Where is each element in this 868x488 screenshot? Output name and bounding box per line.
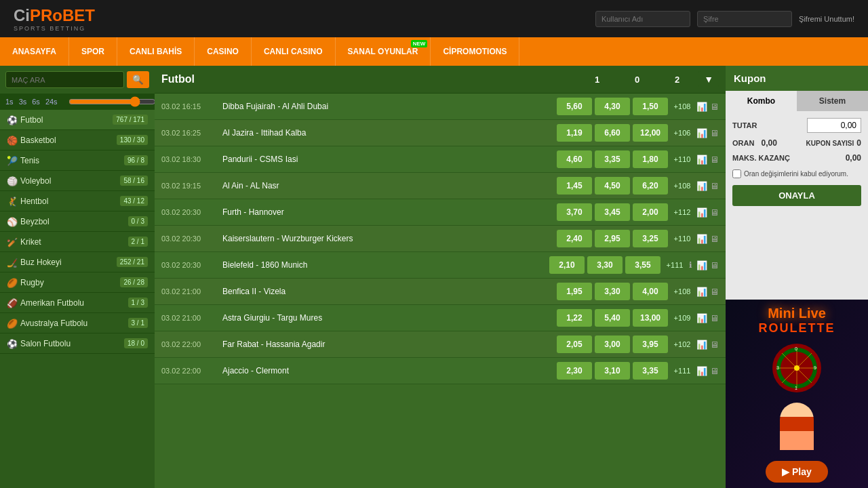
monitor-icon[interactable]: 🖥 bbox=[710, 313, 719, 323]
monitor-icon[interactable]: 🖥 bbox=[710, 207, 719, 218]
sidebar-item-avustralya-futbolu[interactable]: 🏉 Avustralya Futbolu 3 / 1 bbox=[0, 313, 155, 333]
odd-btn-0[interactable]: 5,40 bbox=[595, 309, 630, 327]
odd-btn-2[interactable]: 13,00 bbox=[633, 309, 668, 327]
nav-item-spor[interactable]: SPOR bbox=[69, 37, 117, 66]
stats-icon[interactable]: 📊 bbox=[696, 102, 707, 112]
odd-btn-1[interactable]: 1,95 bbox=[557, 283, 592, 300]
more-odds[interactable]: +110 bbox=[668, 155, 696, 163]
monitor-icon[interactable]: 🖥 bbox=[710, 102, 719, 112]
sidebar-item-salon-futbolu[interactable]: ⚽ Salon Futbolu 18 / 0 bbox=[0, 333, 155, 354]
sidebar-item-amerikan-futbolu[interactable]: 🏈 Amerikan Futbolu 1 / 3 bbox=[0, 293, 155, 313]
more-odds[interactable]: +102 bbox=[668, 340, 696, 348]
oran-degisim-checkbox[interactable] bbox=[732, 169, 741, 178]
odd-btn-2[interactable]: 2,00 bbox=[633, 203, 668, 221]
stats-icon[interactable]: 📊 bbox=[696, 260, 707, 270]
stats-icon[interactable]: 📊 bbox=[696, 313, 707, 323]
odd-btn-0[interactable]: 3,35 bbox=[595, 150, 630, 168]
odd-btn-1[interactable]: 2,05 bbox=[557, 336, 592, 353]
more-odds[interactable]: +111 bbox=[660, 261, 689, 269]
odd-btn-1[interactable]: 4,60 bbox=[557, 150, 592, 168]
stats-icon[interactable]: 📊 bbox=[696, 234, 707, 244]
sidebar-item-kriket[interactable]: 🏏 Kriket 2 / 1 bbox=[0, 232, 155, 252]
odd-btn-2[interactable]: 1,80 bbox=[633, 150, 668, 168]
password-input[interactable] bbox=[697, 11, 792, 27]
more-odds[interactable]: +108 bbox=[668, 182, 696, 190]
more-odds[interactable]: +108 bbox=[668, 287, 696, 296]
nav-item-canli-casino[interactable]: CANLI CASINO bbox=[252, 37, 336, 66]
col-dropdown-button[interactable]: ▼ bbox=[698, 71, 719, 87]
nav-item-cipromotions[interactable]: CİPROMOTIONS bbox=[431, 37, 519, 66]
sidebar-item-rugby[interactable]: 🏉 Rugby 26 / 28 bbox=[0, 272, 155, 293]
nav-item-sanal-oyunlar[interactable]: SANAL OYUNLAR NEW bbox=[336, 37, 431, 66]
odd-btn-2[interactable]: 3,25 bbox=[633, 230, 668, 247]
odd-btn-0[interactable]: 3,45 bbox=[595, 203, 630, 221]
odd-btn-2[interactable]: 4,00 bbox=[633, 283, 668, 300]
time-filter-3s[interactable]: 3s bbox=[19, 98, 27, 106]
odd-btn-2[interactable]: 3,95 bbox=[633, 336, 668, 353]
odd-btn-0[interactable]: 4,50 bbox=[595, 177, 630, 195]
more-odds[interactable]: +110 bbox=[668, 235, 696, 243]
username-input[interactable] bbox=[595, 11, 690, 27]
odd-btn-0[interactable]: 3,30 bbox=[595, 283, 630, 300]
odd-btn-1[interactable]: 2,10 bbox=[549, 256, 585, 274]
stats-icon[interactable]: 📊 bbox=[696, 207, 707, 218]
stats-icon[interactable]: 📊 bbox=[696, 181, 707, 191]
odd-btn-2[interactable]: 1,50 bbox=[633, 98, 668, 115]
odd-btn-0[interactable]: 4,30 bbox=[595, 98, 630, 115]
odd-btn-1[interactable]: 1,22 bbox=[557, 309, 592, 327]
search-input[interactable] bbox=[5, 71, 124, 88]
monitor-icon[interactable]: 🖥 bbox=[710, 260, 719, 270]
odd-btn-2[interactable]: 3,35 bbox=[633, 362, 668, 380]
time-slider[interactable] bbox=[68, 96, 155, 107]
sidebar-item-hentbol[interactable]: 🤾 Hentbol 43 / 12 bbox=[0, 191, 155, 211]
tab-sistem[interactable]: Sistem bbox=[797, 91, 868, 111]
sidebar-item-beyzbol[interactable]: ⚾ Beyzbol 0 / 3 bbox=[0, 211, 155, 232]
stats-icon[interactable]: 📊 bbox=[696, 287, 707, 297]
odd-btn-2[interactable]: 3,55 bbox=[625, 256, 660, 274]
odd-btn-1[interactable]: 1,19 bbox=[557, 124, 592, 142]
time-filter-1s[interactable]: 1s bbox=[5, 98, 14, 106]
stats-icon[interactable]: 📊 bbox=[696, 155, 707, 165]
nav-item-casino[interactable]: CASINO bbox=[195, 37, 252, 66]
odd-btn-2[interactable]: 12,00 bbox=[633, 124, 668, 142]
nav-item-anasayfa[interactable]: ANASAYFA bbox=[0, 37, 69, 66]
more-odds[interactable]: +108 bbox=[668, 102, 696, 110]
monitor-icon[interactable]: 🖥 bbox=[710, 366, 719, 376]
odd-btn-1[interactable]: 3,70 bbox=[557, 203, 592, 221]
nav-item-canli-bahis[interactable]: CANLI BAHİS bbox=[117, 37, 195, 66]
search-button[interactable]: 🔍 bbox=[127, 71, 149, 88]
monitor-icon[interactable]: 🖥 bbox=[710, 155, 719, 165]
sidebar-item-basketbol[interactable]: 🏀 Basketbol 130 / 30 bbox=[0, 130, 155, 150]
monitor-icon[interactable]: 🖥 bbox=[710, 234, 719, 244]
odd-btn-1[interactable]: 5,60 bbox=[557, 98, 592, 115]
more-odds[interactable]: +111 bbox=[668, 367, 696, 375]
play-button[interactable]: Play bbox=[766, 461, 828, 483]
tutar-input[interactable] bbox=[807, 118, 861, 133]
stats-icon[interactable]: 📊 bbox=[696, 366, 707, 376]
time-filter-6s[interactable]: 6s bbox=[32, 98, 40, 106]
odd-btn-1[interactable]: 2,40 bbox=[557, 230, 592, 247]
info-icon[interactable]: ℹ bbox=[689, 260, 692, 270]
more-odds[interactable]: +109 bbox=[668, 314, 696, 322]
monitor-icon[interactable]: 🖥 bbox=[710, 287, 719, 297]
odd-btn-1[interactable]: 2,30 bbox=[557, 362, 592, 380]
sidebar-item-tenis[interactable]: 🎾 Tenis 96 / 8 bbox=[0, 150, 155, 171]
onayla-button[interactable]: ONAYLA bbox=[732, 185, 861, 206]
stats-icon[interactable]: 📊 bbox=[696, 340, 707, 350]
sidebar-item-futbol[interactable]: ⚽ Futbol 767 / 171 bbox=[0, 110, 155, 130]
odd-btn-0[interactable]: 2,95 bbox=[595, 230, 630, 247]
odd-btn-1[interactable]: 1,45 bbox=[557, 177, 592, 195]
odd-btn-0[interactable]: 6,60 bbox=[595, 124, 630, 142]
monitor-icon[interactable]: 🖥 bbox=[710, 181, 719, 191]
odd-btn-0[interactable]: 3,10 bbox=[595, 362, 630, 380]
odd-btn-2[interactable]: 6,20 bbox=[633, 177, 668, 195]
sidebar-item-voleybol[interactable]: 🏐 Voleybol 58 / 16 bbox=[0, 171, 155, 191]
time-filter-24s[interactable]: 24s bbox=[45, 98, 58, 106]
sidebar-item-buz-hokeyi[interactable]: 🏒 Buz Hokeyi 252 / 21 bbox=[0, 252, 155, 272]
odd-btn-0[interactable]: 3,30 bbox=[587, 256, 623, 274]
stats-icon[interactable]: 📊 bbox=[696, 128, 707, 138]
more-odds[interactable]: +106 bbox=[668, 129, 696, 137]
monitor-icon[interactable]: 🖥 bbox=[710, 128, 719, 138]
more-odds[interactable]: +112 bbox=[668, 208, 696, 216]
forgot-password-link[interactable]: Şifremi Unuttum! bbox=[799, 15, 854, 23]
